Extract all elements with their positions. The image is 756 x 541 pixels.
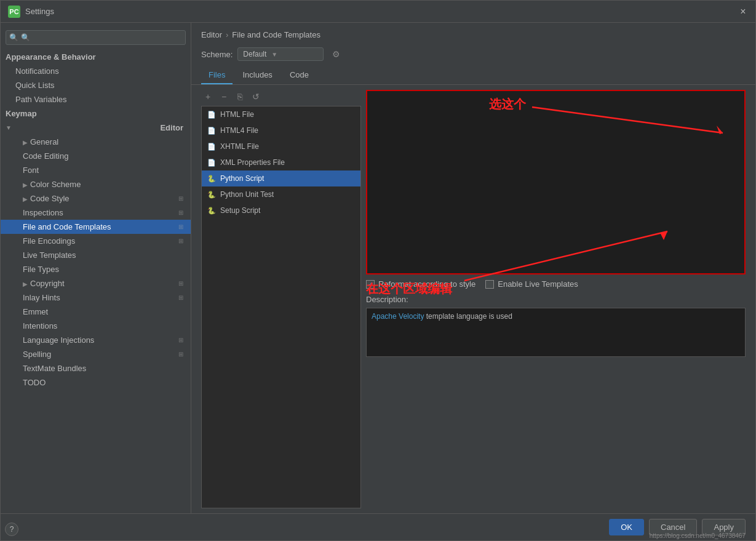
sidebar-item-textmate-bundles[interactable]: TextMate Bundles: [1, 361, 191, 375]
sidebar: 🔍 Appearance & Behavior Notifications Qu…: [1, 23, 191, 513]
tab-files[interactable]: Files: [201, 66, 233, 84]
copy-template-button[interactable]: ⎘: [233, 90, 247, 103]
copyright-chevron: ▶: [23, 281, 28, 287]
editor-chevron: ▼: [6, 124, 12, 131]
checkboxes-row: ✓ Reformat according to style Enable Liv…: [366, 279, 746, 289]
file-list-toolbar: + − ⎘ ↺: [201, 90, 361, 103]
general-chevron: ▶: [23, 139, 28, 146]
sidebar-item-inlay-hints[interactable]: Inlay Hints ⊞: [1, 291, 191, 305]
main-content: Editor › File and Code Templates Scheme:…: [191, 23, 755, 513]
title-bar: PC Settings ×: [1, 1, 755, 23]
reformat-checkbox[interactable]: ✓ Reformat according to style: [366, 279, 475, 289]
sidebar-item-quick-lists[interactable]: Quick Lists: [1, 78, 191, 92]
copyright-badge: ⊞: [178, 280, 183, 287]
python-unit-test-icon: 🐍: [207, 190, 217, 199]
sidebar-item-spelling[interactable]: Spelling ⊞: [1, 347, 191, 361]
sidebar-item-live-templates[interactable]: Live Templates: [1, 248, 191, 262]
sidebar-item-font[interactable]: Font: [1, 163, 191, 177]
title-bar-left: PC Settings: [8, 6, 54, 18]
sidebar-item-appearance[interactable]: Appearance & Behavior: [1, 50, 191, 64]
code-editor[interactable]: [366, 90, 746, 275]
close-button[interactable]: ×: [738, 7, 748, 17]
sidebar-item-keymap[interactable]: Keymap: [1, 106, 191, 121]
sidebar-item-file-types[interactable]: File Types: [1, 262, 191, 276]
description-rest: template language is used: [424, 312, 512, 321]
file-item-python-script[interactable]: 🐍 Python Script: [202, 170, 360, 186]
search-input[interactable]: [6, 30, 186, 45]
description-box: Apache Velocity template language is use…: [366, 308, 746, 357]
sidebar-item-color-scheme[interactable]: ▶Color Scheme: [1, 177, 191, 191]
sidebar-item-code-style[interactable]: ▶Code Style ⊞: [1, 191, 191, 206]
file-encodings-badge: ⊞: [178, 238, 183, 244]
tab-includes[interactable]: Includes: [235, 66, 279, 84]
file-templates-badge: ⊞: [178, 223, 183, 230]
file-item-setup-script[interactable]: 🐍 Setup Script: [202, 202, 360, 218]
file-item-label: XHTML File: [220, 142, 259, 151]
html-file-icon: 📄: [207, 110, 217, 119]
breadcrumb-separator: ›: [226, 30, 228, 39]
sidebar-item-notifications[interactable]: Notifications: [1, 64, 191, 78]
content-area: + − ⎘ ↺ 📄 HTML File 📄 HTML4 File: [191, 85, 755, 513]
code-style-badge: ⊞: [178, 195, 183, 202]
file-list: 📄 HTML File 📄 HTML4 File 📄 XHTML File: [201, 106, 361, 508]
file-item-label: XML Properties File: [220, 158, 285, 167]
apache-velocity-link[interactable]: Apache Velocity: [372, 312, 424, 321]
file-item-label: HTML File: [220, 110, 254, 119]
file-item-python-unit-test[interactable]: 🐍 Python Unit Test: [202, 186, 360, 202]
code-style-chevron: ▶: [23, 196, 28, 202]
dialog-title: Settings: [25, 7, 54, 16]
file-list-panel: + − ⎘ ↺ 📄 HTML File 📄 HTML4 File: [201, 90, 361, 508]
sidebar-item-file-encodings[interactable]: File Encodings ⊞: [1, 234, 191, 248]
html4-file-icon: 📄: [207, 126, 217, 135]
live-templates-checkbox[interactable]: Enable Live Templates: [485, 279, 578, 289]
reset-template-button[interactable]: ↺: [249, 90, 263, 103]
sidebar-item-file-code-templates[interactable]: File and Code Templates ⊞: [1, 220, 191, 234]
add-template-button[interactable]: +: [201, 90, 215, 103]
file-item-label: Setup Script: [220, 206, 260, 215]
live-templates-checkbox-box: [485, 280, 494, 289]
language-injections-badge: ⊞: [178, 337, 183, 343]
description-label: Description:: [366, 295, 746, 304]
sidebar-item-code-editing[interactable]: Code Editing: [1, 149, 191, 163]
sidebar-item-emmet[interactable]: Emmet: [1, 305, 191, 319]
sidebar-item-inspections[interactable]: Inspections ⊞: [1, 206, 191, 220]
sidebar-item-general[interactable]: ▶General: [1, 135, 191, 149]
help-button[interactable]: ?: [5, 523, 18, 536]
sidebar-item-language-injections[interactable]: Language Injections ⊞: [1, 333, 191, 347]
search-icon: 🔍: [9, 33, 18, 42]
remove-template-button[interactable]: −: [217, 90, 231, 103]
file-item-label: Python Script: [220, 174, 264, 183]
setup-script-icon: 🐍: [207, 206, 217, 215]
tabs-row: Files Includes Code: [191, 66, 755, 85]
file-item-xml-props[interactable]: 📄 XML Properties File: [202, 154, 360, 170]
breadcrumb-parent: Editor: [201, 30, 222, 39]
sidebar-item-copyright[interactable]: ▶Copyright ⊞: [1, 276, 191, 291]
sidebar-item-editor-group[interactable]: ▼ Editor: [1, 121, 191, 135]
sidebar-item-path-variables[interactable]: Path Variables: [1, 92, 191, 106]
tab-code[interactable]: Code: [282, 66, 316, 84]
file-item-label: HTML4 File: [220, 126, 258, 135]
inlay-hints-badge: ⊞: [178, 294, 183, 301]
appearance-label: Appearance & Behavior: [6, 52, 96, 62]
file-item-label: Python Unit Test: [220, 190, 274, 199]
file-item-html4[interactable]: 📄 HTML4 File: [202, 122, 360, 138]
scheme-dropdown-arrow: ▼: [271, 51, 277, 58]
file-item-html[interactable]: 📄 HTML File: [202, 106, 360, 122]
color-scheme-chevron: ▶: [23, 182, 28, 188]
scheme-dropdown[interactable]: Default ▼: [237, 47, 324, 61]
bottom-controls: ✓ Reformat according to style Enable Liv…: [366, 275, 746, 359]
scheme-row: Scheme: Default ▼ ⚙: [191, 44, 755, 66]
scheme-gear-button[interactable]: ⚙: [328, 47, 343, 62]
live-templates-label: Enable Live Templates: [498, 279, 578, 289]
csdn-url: https://blog.csdn.net/m0_46738467: [650, 532, 746, 539]
reformat-checkbox-box: ✓: [366, 280, 375, 289]
file-item-xhtml[interactable]: 📄 XHTML File: [202, 138, 360, 154]
breadcrumb-current: File and Code Templates: [232, 30, 320, 39]
ok-button[interactable]: OK: [609, 519, 644, 535]
scheme-value: Default: [243, 50, 266, 58]
sidebar-item-intentions[interactable]: Intentions: [1, 319, 191, 333]
sidebar-item-todo[interactable]: TODO: [1, 375, 191, 390]
dialog-body: 🔍 Appearance & Behavior Notifications Qu…: [1, 23, 755, 513]
breadcrumb: Editor › File and Code Templates: [191, 23, 755, 44]
inspections-badge: ⊞: [178, 209, 183, 216]
